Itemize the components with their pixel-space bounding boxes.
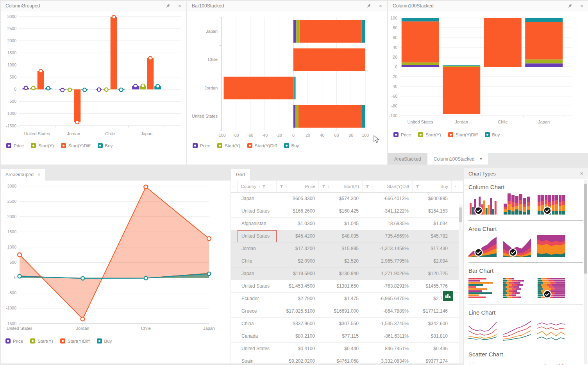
legend-item-start-y[interactable]: Start(Y) (418, 132, 441, 137)
table-row[interactable]: Spain$9,202.0200$4761.0683,332.0834%$937… (231, 355, 463, 363)
filter-icon[interactable] (262, 185, 266, 188)
cell-price[interactable]: $80.2100 (277, 330, 319, 342)
cell-startY[interactable]: $130.940 (319, 268, 363, 280)
legend-item-start-y[interactable]: Start(Y) (31, 143, 54, 148)
cell-price[interactable]: $2.0900 (277, 255, 319, 267)
close-icon[interactable]: × (38, 172, 40, 177)
filter-icon[interactable] (455, 185, 456, 188)
thumb-scatter-b[interactable] (503, 361, 532, 365)
grid-vertical-scrollbar[interactable] (459, 204, 463, 363)
cell-price[interactable]: $45.4200 (277, 230, 319, 242)
tab-column100stacked[interactable]: Column100Stacked ▾ (427, 153, 488, 165)
table-row[interactable]: China$337.9600$307.550-1,535.3745%$342.6… (231, 318, 463, 330)
cell-country[interactable]: United States (238, 343, 277, 355)
table-row[interactable]: United States$0.4100$0.440846.7451%$0.43… (231, 343, 463, 355)
legend-item-start-y-diff[interactable]: Start(Y)Diff (61, 143, 91, 148)
table-row[interactable]: Jordan$17.3200$15.895-1,313.1458%$17.430 (231, 243, 463, 255)
cell-country[interactable]: Spain (238, 355, 277, 363)
legend-item-price[interactable]: Price (6, 143, 24, 148)
cell-startYDiff[interactable]: -6,965.6475% (363, 293, 413, 305)
legend-item-price[interactable]: Price (5, 338, 23, 344)
cell-startYDiff[interactable]: 3,332.0834% (363, 355, 413, 363)
cell-startYDiff[interactable]: -763.8291% (363, 280, 413, 292)
cell-buy[interactable]: $600.995 (413, 193, 452, 205)
cell-startYDiff[interactable]: 1,271.9026% (363, 268, 413, 280)
cell-country[interactable]: Canada (238, 330, 277, 342)
grid-header-start-y[interactable]: ↑Start(Y) (319, 181, 363, 192)
legend-item-buy[interactable]: Buy (284, 143, 299, 148)
cell-buy[interactable]: $164.153 (413, 205, 452, 217)
cell-price[interactable]: $337.9600 (277, 318, 319, 330)
cell-startYDiff[interactable]: -1,535.3745% (363, 318, 413, 330)
cell-startY[interactable]: $1381.650 (319, 280, 363, 292)
table-row[interactable]: Japan$605.3300$574.300-666.4013%$600.995 (231, 193, 463, 205)
close-icon[interactable]: × (580, 3, 583, 9)
chevron-down-icon[interactable]: ▾ (480, 157, 482, 161)
cell-startYDiff[interactable]: 2,965.7795% (363, 255, 413, 267)
cell-startYDiff[interactable]: 735.4569% (363, 230, 413, 242)
cell-startY[interactable]: $4761.068 (319, 355, 363, 363)
thumb-line-b[interactable] (503, 319, 532, 341)
cell-startY[interactable]: $0.440 (319, 343, 363, 355)
legend-item-price[interactable]: Price (393, 132, 411, 137)
table-row[interactable]: Canada$80.2100$77.115-861.6311%$81.810 (231, 330, 463, 343)
cell-buy[interactable]: $0.436 (413, 343, 452, 355)
cell-startYDiff[interactable]: -341.1222% (363, 205, 413, 217)
thumb-bar-grouped[interactable] (468, 277, 497, 299)
sort-icon[interactable]: ↑ (458, 184, 460, 189)
cell-price[interactable]: $17.3200 (277, 243, 319, 255)
cell-country[interactable]: Japan (238, 268, 277, 280)
table-row[interactable]: Japan$119.5900$130.9401,271.9026%$120.72… (231, 268, 463, 280)
thumb-line-a[interactable] (468, 319, 497, 341)
cell-buy[interactable]: $45.782 (413, 230, 452, 242)
close-icon[interactable]: × (379, 3, 382, 9)
cell-price[interactable]: $2.7900 (277, 293, 319, 305)
table-row[interactable]: United States$45.4200$48.035735.4569%$45… (231, 230, 463, 243)
legend-item-start-y[interactable]: Start(Y) (217, 143, 240, 148)
legend-item-start-y-diff[interactable]: Start(Y)Diff (60, 338, 90, 344)
thumb-scatter-c[interactable] (537, 361, 566, 365)
table-row[interactable]: Greece$17,825.5100$16691.000-864.7889%$1… (231, 305, 463, 318)
cell-startY[interactable]: $16691.000 (319, 305, 363, 317)
sort-icon[interactable]: ↑ (327, 184, 329, 189)
cell-country[interactable]: China (238, 318, 277, 330)
cell-country[interactable]: Jordan (238, 243, 277, 255)
legend-item-price[interactable]: Price (193, 143, 210, 148)
thumb-line-c[interactable] (537, 319, 566, 341)
legend-item-buy[interactable]: Buy (98, 143, 113, 148)
chart-types-scrollbar[interactable] (584, 180, 587, 364)
filter-icon[interactable] (416, 185, 419, 188)
cell-startYDiff[interactable]: 846.7451% (363, 343, 413, 355)
thumb-col-stacked[interactable] (503, 193, 532, 215)
thumb-area-stacked[interactable] (503, 235, 532, 257)
cell-price[interactable]: $0.4100 (277, 343, 319, 355)
cell-price[interactable]: $119.5900 (277, 268, 319, 280)
cell-country[interactable]: United States (238, 205, 277, 217)
cell-country[interactable]: Ecuador (238, 293, 277, 305)
legend-item-buy[interactable]: Buy (485, 132, 500, 137)
cell-country[interactable]: Afghanistan (238, 218, 277, 230)
sort-icon[interactable]: ↑ (371, 184, 373, 189)
legend-item-buy[interactable]: Buy (97, 338, 112, 344)
thumb-bar-stacked[interactable] (503, 277, 532, 299)
table-row[interactable]: United States$166.2600$160.425-341.1222%… (231, 205, 463, 218)
cell-startY[interactable]: $160.425 (319, 205, 363, 217)
cell-buy[interactable]: $2.094 (413, 255, 452, 267)
cell-buy[interactable]: $17712.146 (413, 305, 452, 317)
cell-price[interactable]: $1.0300 (277, 218, 319, 230)
cell-price[interactable]: $9,202.0200 (277, 355, 319, 363)
table-row[interactable]: Ecuador$2.7900$1.475-6,965.6475%$2.749 (231, 293, 463, 305)
cell-startY[interactable]: $574.300 (319, 193, 363, 205)
table-row[interactable]: United States$1,453.4500$1381.650-763.82… (231, 280, 463, 293)
legend-item-start-y-diff[interactable]: Start(Y)Diff (247, 143, 277, 148)
sort-icon[interactable]: ↑ (232, 184, 234, 189)
grid-header-buy[interactable]: ↑Buy (413, 181, 452, 192)
thumb-area-100[interactable] (537, 235, 566, 257)
cell-startYDiff[interactable]: 18.6835% (363, 218, 413, 230)
grid-header-country[interactable]: Country↑ (238, 181, 277, 192)
cell-startY[interactable]: $77.115 (319, 330, 363, 342)
thumb-col-100[interactable] (537, 193, 566, 215)
filter-icon[interactable] (366, 185, 369, 188)
pin-icon[interactable] (165, 4, 170, 9)
cell-buy[interactable]: $17.430 (413, 243, 452, 255)
